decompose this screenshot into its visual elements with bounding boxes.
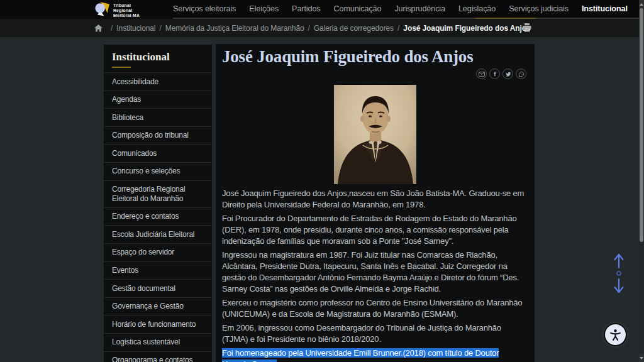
scroll-jump-widget[interactable] bbox=[611, 253, 626, 294]
selected-text: Foi homenageado pela Universidade Emill … bbox=[222, 348, 499, 362]
breadcrumb-separator: / bbox=[308, 24, 310, 33]
sidebar-item-comunicados[interactable]: Comunicados bbox=[104, 144, 212, 162]
breadcrumb-current-page: José Joaquim Figueiredo dos Anjos bbox=[403, 24, 530, 33]
article-paragraph: Ingressou na magistratura em 1987. Foi J… bbox=[222, 250, 528, 295]
sidebar-title-underline bbox=[112, 67, 131, 68]
article-panel: José Joaquim Figueiredo dos Anjos bbox=[216, 44, 535, 362]
article-paragraph: Foi Procurador do Departamento de Estrad… bbox=[222, 213, 528, 247]
scrollbar-down-button[interactable] bbox=[639, 354, 644, 362]
breadcrumb-link-institucional[interactable]: Institucional bbox=[116, 24, 155, 33]
accessibility-button[interactable] bbox=[605, 324, 626, 345]
sidebar-title: Institucional bbox=[112, 51, 204, 63]
sidebar-item-governanca-e-gestao[interactable]: Governança e Gestão bbox=[104, 297, 212, 315]
scroll-dot-icon bbox=[617, 272, 621, 275]
sidebar-item-endereco-e-contatos[interactable]: Endereço e contatos bbox=[104, 207, 212, 226]
sidebar-item-gestao-documental[interactable]: Gestão documental bbox=[104, 279, 212, 297]
scrollbar-up-button[interactable] bbox=[639, 0, 644, 8]
sidebar-item-espaco-do-servidor[interactable]: Espaço do servidor bbox=[104, 243, 212, 261]
nav-item-comunicacao[interactable]: Comunicação bbox=[334, 4, 382, 13]
sidebar-item-horario-de-funcionamento[interactable]: Horário de funcionamento bbox=[104, 315, 212, 333]
printer-icon[interactable] bbox=[522, 23, 532, 35]
sidebar-item-eventos[interactable]: Eventos bbox=[104, 261, 212, 280]
breadcrumb-separator: / bbox=[397, 24, 399, 33]
home-icon[interactable] bbox=[94, 25, 103, 32]
page-scrollbar[interactable] bbox=[639, 0, 644, 362]
brand-name: Tribunal Regional Eleitoral-MA bbox=[113, 3, 140, 18]
scrollbar-thumb[interactable] bbox=[640, 8, 643, 242]
sidebar-item-acessibilidade[interactable]: Acessibilidade bbox=[104, 72, 212, 90]
nav-item-jurisprudencia[interactable]: Jurisprudência bbox=[394, 4, 445, 13]
nav-item-partidos[interactable]: Partidos bbox=[292, 4, 320, 13]
article-paragraph-highlighted: Foi homenageado pela Universidade Emill … bbox=[222, 348, 528, 362]
sidebar-item-logistica-sustentavel[interactable]: Logística sustentável bbox=[104, 333, 212, 351]
nav-item-institucional[interactable]: Institucional bbox=[582, 4, 628, 13]
sidebar-item-concurso-e-selecoes[interactable]: Concurso e seleções bbox=[104, 162, 212, 180]
nav-item-legislacao[interactable]: Legislação bbox=[458, 4, 496, 13]
nav-item-servicos-eleitorais[interactable]: Serviços eleitorais bbox=[173, 4, 236, 13]
main-nav: Serviços eleitorais Eleições Partidos Co… bbox=[173, 0, 644, 19]
portrait-photo bbox=[334, 85, 416, 184]
sidebar-item-corregedoria[interactable]: Corregedoria Regional Eleitoral do Maran… bbox=[104, 180, 212, 207]
page-title: José Joaquim Figueiredo dos Anjos bbox=[222, 47, 528, 67]
breadcrumb-separator: / bbox=[111, 24, 113, 33]
breadcrumb-link-memoria[interactable]: Memória da Justiça Eleitoral do Maranhão bbox=[165, 24, 304, 33]
universal-access-icon bbox=[609, 328, 622, 341]
arrow-up-icon bbox=[615, 255, 623, 268]
whatsapp-icon[interactable] bbox=[516, 69, 526, 79]
sidebar-item-biblioteca[interactable]: Biblioteca bbox=[104, 108, 212, 126]
share-buttons bbox=[222, 69, 528, 79]
article-paragraph: José Joaquim Figueiredo dos Anjos,nasceu… bbox=[222, 188, 528, 211]
sidebar-item-agendas[interactable]: Agendas bbox=[104, 90, 212, 109]
sidebar-institucional: Institucional Acessibilidade Agendas Bib… bbox=[104, 45, 212, 362]
arrow-down-icon bbox=[615, 279, 623, 292]
sidebar-item-composicao-do-tribunal[interactable]: Composição do tribunal bbox=[104, 126, 212, 145]
email-icon[interactable] bbox=[476, 69, 487, 79]
sidebar-item-organograma-e-contatos[interactable]: Organograma e contatos bbox=[104, 351, 212, 362]
triangle-down-icon bbox=[640, 357, 643, 359]
article-paragraph: Em 2006, ingressou como Desembargador do… bbox=[222, 322, 528, 345]
twitter-icon[interactable] bbox=[502, 69, 513, 79]
breadcrumb: / Institucional / Memória da Justiça Ele… bbox=[0, 19, 639, 37]
article-paragraph: Exerceu o magistério como professor no C… bbox=[222, 297, 528, 320]
facebook-icon[interactable] bbox=[489, 69, 500, 79]
breadcrumb-separator: / bbox=[159, 24, 161, 33]
nav-item-servicos-judiciais[interactable]: Serviços judiciais bbox=[509, 4, 569, 13]
page: Tribunal Regional Eleitoral-MA Serviços … bbox=[0, 0, 644, 362]
site-logo[interactable]: Tribunal Regional Eleitoral-MA bbox=[94, 1, 140, 19]
top-nav-bar: Tribunal Regional Eleitoral-MA Serviços … bbox=[0, 0, 639, 19]
breadcrumb-link-galeria[interactable]: Galeria de corregedores bbox=[314, 24, 394, 33]
triangle-up-icon bbox=[640, 3, 643, 6]
nav-item-eleicoes[interactable]: Eleições bbox=[249, 4, 279, 13]
sidebar-header: Institucional bbox=[104, 45, 212, 68]
sidebar-item-escola-judiciaria[interactable]: Escola Judiciária Eleitoral bbox=[104, 225, 212, 243]
tre-sphere-logo-icon bbox=[94, 1, 110, 19]
